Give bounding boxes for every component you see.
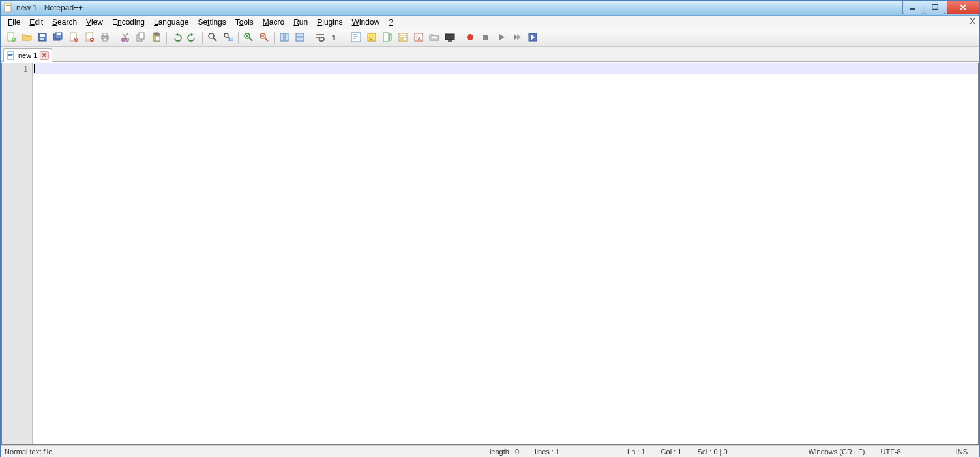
menu-edit[interactable]: Edit [25, 16, 48, 28]
save-macro-icon [527, 32, 538, 44]
status-sel: Sel : 0 | 0 [689, 448, 735, 456]
doc-list-button[interactable] [395, 30, 411, 46]
svg-rect-5 [932, 5, 938, 10]
stop-macro-button[interactable] [478, 30, 494, 46]
menu-run[interactable]: Run [289, 16, 312, 28]
menu-settings[interactable]: Settings [193, 16, 230, 28]
paste-button[interactable] [149, 30, 164, 46]
svg-rect-27 [155, 33, 158, 35]
toolbar-separator [202, 32, 203, 44]
zoom-in-button[interactable] [241, 30, 256, 46]
redo-icon [187, 32, 198, 44]
menu-language[interactable]: Language [149, 16, 193, 28]
svg-point-29 [209, 33, 214, 38]
close-file-button[interactable] [66, 30, 82, 46]
zoom-out-icon [259, 32, 269, 44]
zoom-in-icon [243, 32, 254, 44]
svg-rect-50 [483, 35, 488, 40]
sync-v-button[interactable] [276, 30, 292, 46]
indent-guide-button[interactable] [348, 30, 364, 46]
svg-text:fx: fx [416, 35, 421, 41]
function-list-button[interactable]: fx [411, 30, 426, 46]
mdi-close-button[interactable]: X [970, 16, 975, 26]
menu-encoding[interactable]: Encoding [108, 16, 149, 28]
monitoring-button[interactable] [442, 30, 458, 46]
doc-map-icon [382, 32, 393, 44]
close-window-button[interactable] [947, 1, 979, 14]
record-macro-button[interactable] [462, 30, 478, 46]
folder-workspace-button[interactable] [426, 30, 442, 46]
svg-rect-39 [351, 33, 361, 42]
zoom-out-button[interactable] [256, 30, 272, 46]
menu-search[interactable]: Search [48, 16, 82, 28]
status-length: length : 0 [482, 448, 527, 456]
menu-tools[interactable]: Tools [231, 16, 258, 28]
indent-guide-icon [351, 32, 361, 44]
save-macro-button[interactable] [525, 30, 541, 46]
text-editor[interactable] [33, 63, 978, 444]
svg-rect-36 [296, 33, 304, 37]
maximize-button[interactable] [925, 1, 945, 14]
svg-rect-37 [296, 38, 304, 41]
toolbar-separator [460, 32, 460, 44]
file-icon [7, 51, 16, 60]
close-file-icon [68, 32, 79, 44]
cut-button[interactable] [117, 30, 133, 46]
svg-rect-13 [57, 33, 61, 35]
udl-button[interactable]: U [364, 30, 379, 46]
copy-button[interactable] [133, 30, 149, 46]
menu-bar: File Edit Search View Encoding Language … [1, 16, 979, 29]
svg-rect-42 [383, 33, 389, 42]
status-ln: Ln : 1 [619, 448, 653, 456]
menu-window[interactable]: Window [348, 16, 385, 28]
redo-button[interactable] [185, 30, 200, 46]
line-number: 1 [2, 65, 28, 74]
print-button[interactable] [97, 30, 113, 46]
status-file-type: Normal text file [5, 448, 52, 456]
show-all-chars-button[interactable]: ¶ [328, 30, 344, 46]
save-button[interactable] [35, 30, 50, 46]
app-window: new 1 - Notepad++ File Edit Search View … [0, 0, 980, 457]
svg-point-49 [467, 34, 473, 40]
record-macro-icon [465, 32, 475, 44]
close-all-icon [84, 32, 95, 44]
undo-button[interactable] [169, 30, 185, 46]
menu-view[interactable]: View [82, 16, 108, 28]
menu-plugins[interactable]: Plugins [312, 16, 347, 28]
udl-icon: U [366, 32, 377, 44]
paste-icon [151, 32, 162, 44]
menu-help[interactable]: ? [384, 16, 398, 28]
new-file-button[interactable] [3, 30, 19, 46]
word-wrap-button[interactable] [312, 30, 328, 46]
tab-new-1[interactable]: new 1 ✕ [3, 48, 52, 62]
play-multi-button[interactable] [509, 30, 525, 46]
open-file-button[interactable] [19, 30, 35, 46]
svg-rect-2 [6, 7, 10, 7]
svg-rect-4 [910, 8, 915, 10]
replace-button[interactable]: ab [220, 30, 236, 46]
print-icon [100, 32, 110, 44]
find-button[interactable] [205, 30, 220, 46]
svg-text:¶: ¶ [332, 33, 336, 41]
svg-rect-20 [103, 33, 107, 36]
play-macro-button[interactable] [494, 30, 509, 46]
folder-workspace-icon [429, 32, 439, 44]
menu-macro[interactable]: Macro [258, 16, 289, 28]
doc-map-button[interactable] [379, 30, 395, 46]
svg-rect-1 [6, 5, 10, 6]
doc-list-icon [398, 32, 408, 44]
toolbar-separator [274, 32, 275, 44]
sync-h-button[interactable] [292, 30, 308, 46]
toolbar-separator [310, 32, 310, 44]
close-tab-button[interactable]: ✕ [40, 51, 49, 60]
status-bar: Normal text file length : 0 lines : 1 Ln… [1, 445, 979, 457]
menu-file[interactable]: File [3, 16, 25, 28]
save-all-button[interactable] [50, 30, 66, 46]
function-list-icon: fx [413, 32, 424, 44]
svg-rect-35 [285, 33, 288, 41]
sync-v-icon [279, 32, 290, 44]
find-icon [207, 32, 218, 44]
close-all-button[interactable] [82, 30, 97, 46]
open-file-icon [22, 32, 32, 44]
minimize-button[interactable] [902, 1, 923, 14]
